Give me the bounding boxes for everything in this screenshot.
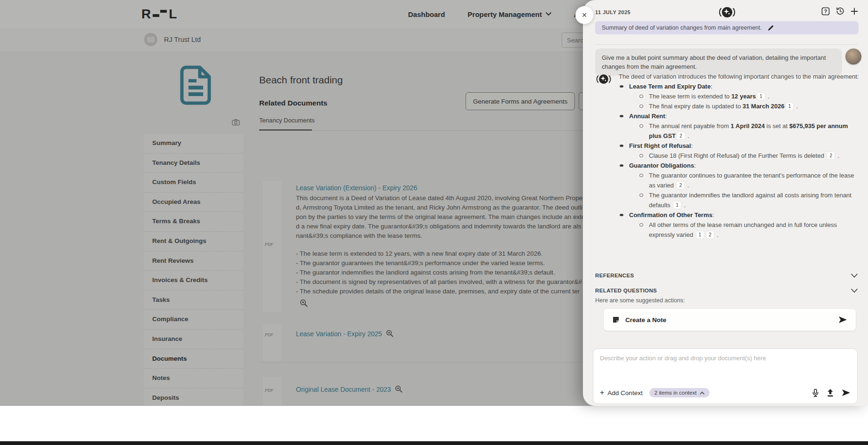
user-avatar xyxy=(845,49,861,65)
answer-bullet: First Right of Refusal: Clause 18 (First… xyxy=(619,141,860,161)
hollow-bullet-icon xyxy=(639,223,643,227)
answer-bullet: Lease Term and Expiry Date: The lease te… xyxy=(619,81,860,111)
citation-chip[interactable]: 2 xyxy=(677,182,684,189)
edit-title-icon[interactable] xyxy=(768,24,774,31)
chat-title-bar: Summary of deed of variation changes fro… xyxy=(595,21,859,34)
answer-sub-bullet: The lease term is extended to 12 years1 … xyxy=(639,91,860,101)
answer-sub-bullet: The annual rent payable from 1 April 202… xyxy=(639,121,860,141)
hollow-bullet-icon xyxy=(639,174,643,177)
hollow-bullet-icon xyxy=(639,124,643,128)
hollow-bullet-icon xyxy=(639,194,643,197)
chat-input-box: + Add Context 2 items in context xyxy=(593,348,858,404)
hollow-bullet-icon xyxy=(639,154,643,157)
chevron-down-icon xyxy=(851,289,858,293)
context-items-label: 2 items in context xyxy=(655,390,696,396)
related-questions-section-toggle[interactable]: RELATED QUESTIONS xyxy=(595,284,858,297)
citation-chip[interactable]: 1 xyxy=(786,103,794,110)
create-note-label: Create a Note xyxy=(625,316,666,324)
upload-icon[interactable] xyxy=(827,388,834,397)
send-action-icon[interactable] xyxy=(838,315,847,324)
citation-chip[interactable]: 1 xyxy=(673,202,681,209)
bullet-dot-icon xyxy=(620,164,623,167)
add-context-button[interactable]: + Add Context xyxy=(600,388,643,397)
answer-sub-bullet: The final expiry date is updated to 31 M… xyxy=(639,101,860,111)
hollow-bullet-icon xyxy=(639,105,643,108)
related-questions-label: RELATED QUESTIONS xyxy=(595,288,657,293)
answer-bullet: Confirmation of Other Terms: All other t… xyxy=(619,210,860,240)
plus-icon: + xyxy=(600,388,604,397)
chat-divider xyxy=(595,44,858,45)
answer-sub-bullet: The guarantor continues to guarantee the… xyxy=(639,170,860,190)
add-context-label: Add Context xyxy=(607,389,642,396)
note-icon xyxy=(612,316,620,324)
chat-title: Summary of deed of variation changes fro… xyxy=(602,24,762,31)
assistant-bot-icon xyxy=(595,73,612,88)
input-action-icons xyxy=(811,388,851,397)
answer-sub-bullet: The guarantor indemnifies the landlord a… xyxy=(639,190,860,210)
answer-intro: The deed of variation introduces the fol… xyxy=(619,72,860,81)
chevron-down-icon xyxy=(851,274,858,278)
answer-bullet: Guarantor Obligations: The guarantor con… xyxy=(619,161,860,210)
references-section-toggle[interactable]: REFERENCES xyxy=(595,269,858,282)
help-icon[interactable]: ? xyxy=(821,7,830,16)
history-icon[interactable] xyxy=(835,7,844,16)
chat-date: 11 JULY 2025 xyxy=(595,9,631,15)
close-panel-button[interactable]: × xyxy=(575,6,593,24)
citation-chip[interactable]: 2 xyxy=(677,132,685,139)
send-icon[interactable] xyxy=(841,388,851,397)
bottom-edge-bar xyxy=(0,441,868,445)
citation-chip[interactable]: 1 xyxy=(757,93,765,100)
answer-sub-bullet: Clause 18 (First Right of Refusal) of th… xyxy=(639,151,860,161)
answer-bullet: Annual Rent: The annual rent payable fro… xyxy=(619,111,860,141)
chat-input[interactable] xyxy=(593,349,857,378)
microphone-icon[interactable] xyxy=(811,388,819,397)
new-chat-plus-icon[interactable] xyxy=(850,7,859,16)
hollow-bullet-icon xyxy=(639,95,643,98)
assistant-message-row: The deed of variation introduces the fol… xyxy=(595,72,859,240)
citation-chip[interactable]: 2 xyxy=(706,231,714,238)
svg-text:?: ? xyxy=(824,8,827,14)
bullet-dot-icon xyxy=(620,115,623,117)
close-icon: × xyxy=(582,10,587,20)
chat-header: 11 JULY 2025 ? xyxy=(595,6,859,18)
assistant-bot-icon xyxy=(718,5,737,21)
bullet-dot-icon xyxy=(620,214,623,216)
ai-assistant-panel: × 11 JULY 2025 ? Summary of deed o xyxy=(583,0,868,406)
answer-sub-bullet: All other terms of the lease remain unch… xyxy=(639,220,860,240)
citation-chip[interactable]: 2 xyxy=(827,152,835,159)
chat-input-footer: + Add Context 2 items in context xyxy=(600,387,851,399)
chevron-up-icon xyxy=(700,391,704,395)
assistant-message: The deed of variation introduces the fol… xyxy=(619,72,860,240)
bullet-dot-icon xyxy=(620,85,623,88)
suggested-actions-label: Here are some suggested actions: xyxy=(595,297,685,304)
create-note-action[interactable]: Create a Note xyxy=(604,309,856,331)
page-bottom-strip xyxy=(0,406,868,441)
chat-toolbar: ? xyxy=(821,7,859,16)
references-label: REFERENCES xyxy=(595,273,634,278)
citation-chip[interactable]: 1 xyxy=(696,231,704,238)
bullet-dot-icon xyxy=(620,145,623,147)
context-items-pill[interactable]: 2 items in context xyxy=(649,388,710,397)
